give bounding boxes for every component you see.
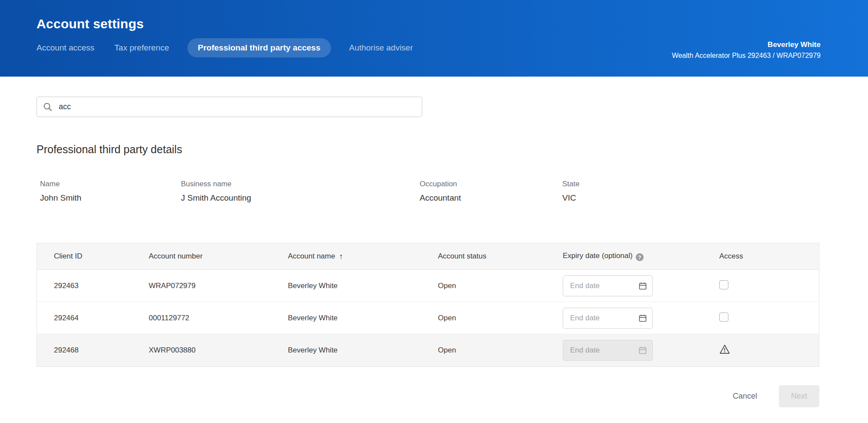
column-header-label: Account name <box>288 252 335 260</box>
detail-value: J Smith Accounting <box>181 193 420 203</box>
cell-account-status: Open <box>438 282 563 290</box>
detail-occupation: Occupation Accountant <box>420 180 562 203</box>
tab-tax-preference[interactable]: Tax preference <box>114 43 169 53</box>
cell-access <box>719 280 819 292</box>
accounts-table: Client ID Account number Account name↑ A… <box>37 243 819 367</box>
end-date-field[interactable] <box>563 275 653 296</box>
column-header-access: Access <box>719 252 819 261</box>
account-context: Beverley White Wealth Accelerator Plus 2… <box>672 41 821 59</box>
tab-professional-third-party-access[interactable]: Professional third party access <box>187 38 331 57</box>
column-header-label: Expiry date (optional) <box>563 252 633 260</box>
cell-expiry-date <box>563 308 719 329</box>
cell-account-name: Beverley White <box>288 346 438 355</box>
cell-access <box>719 312 819 324</box>
cell-account-name: Beverley White <box>288 314 438 322</box>
cell-account-number: 0001129772 <box>149 314 288 322</box>
cell-expiry-date <box>563 340 719 361</box>
detail-label: Occupation <box>420 180 562 188</box>
table-row: 292464 0001129772 Beverley White Open <box>37 302 819 334</box>
cell-account-number: XWRP003880 <box>149 346 288 355</box>
detail-label: Business name <box>181 180 420 188</box>
access-checkbox[interactable] <box>719 312 728 322</box>
cell-client-id: 292464 <box>54 314 149 322</box>
cell-account-status: Open <box>438 314 563 322</box>
search-icon <box>43 102 53 112</box>
warning-icon <box>719 344 730 354</box>
calendar-icon[interactable] <box>638 282 647 290</box>
calendar-icon[interactable] <box>638 314 647 322</box>
next-button[interactable]: Next <box>779 385 819 407</box>
section-heading: Professional third party details <box>37 143 831 156</box>
footer-actions: Cancel Next <box>37 385 819 407</box>
table-row: 292463 WRAP072979 Beverley White Open <box>37 270 819 302</box>
cell-access <box>719 344 819 356</box>
column-header-expiry-date: Expiry date (optional)? <box>563 252 719 262</box>
detail-value: Accountant <box>420 193 562 203</box>
cell-expiry-date <box>563 275 719 296</box>
table-row: 292468 XWRP003880 Beverley White Open <box>37 334 819 366</box>
cell-client-id: 292468 <box>54 346 149 355</box>
search-input[interactable] <box>58 102 416 112</box>
tab-account-access[interactable]: Account access <box>37 43 94 53</box>
sort-ascending-icon[interactable]: ↑ <box>339 252 343 261</box>
column-header-account-name[interactable]: Account name↑ <box>288 252 438 261</box>
access-checkbox[interactable] <box>719 280 728 289</box>
detail-label: State <box>562 180 580 188</box>
end-date-input[interactable] <box>569 313 638 323</box>
cell-account-status: Open <box>438 346 563 355</box>
end-date-input[interactable] <box>569 281 638 291</box>
end-date-input <box>569 346 638 355</box>
tab-authorise-adviser[interactable]: Authorise adviser <box>349 43 413 53</box>
cancel-button[interactable]: Cancel <box>733 392 757 401</box>
detail-value: VIC <box>562 193 580 203</box>
column-header-account-status: Account status <box>438 252 563 261</box>
detail-value: John Smith <box>40 193 181 203</box>
detail-label: Name <box>40 180 181 188</box>
cell-account-name: Beverley White <box>288 282 438 290</box>
account-description: Wealth Accelerator Plus 292463 / WRAP072… <box>672 52 821 59</box>
page-header: Account settings Account access Tax pref… <box>0 0 868 77</box>
detail-business-name: Business name J Smith Accounting <box>181 180 420 203</box>
search-bar[interactable] <box>37 97 422 117</box>
detail-state: State VIC <box>562 180 580 203</box>
cell-client-id: 292463 <box>54 282 149 290</box>
table-header-row: Client ID Account number Account name↑ A… <box>37 243 819 270</box>
detail-name: Name John Smith <box>40 180 181 203</box>
end-date-field-disabled <box>563 340 653 361</box>
column-header-client-id: Client ID <box>54 252 149 261</box>
column-header-account-number: Account number <box>149 252 288 261</box>
client-name: Beverley White <box>672 41 821 48</box>
calendar-icon <box>638 346 647 355</box>
page-title: Account settings <box>37 0 831 31</box>
end-date-field[interactable] <box>563 308 653 329</box>
third-party-details: Name John Smith Business name J Smith Ac… <box>40 180 831 203</box>
cell-account-number: WRAP072979 <box>149 282 288 290</box>
help-icon[interactable]: ? <box>636 253 644 261</box>
